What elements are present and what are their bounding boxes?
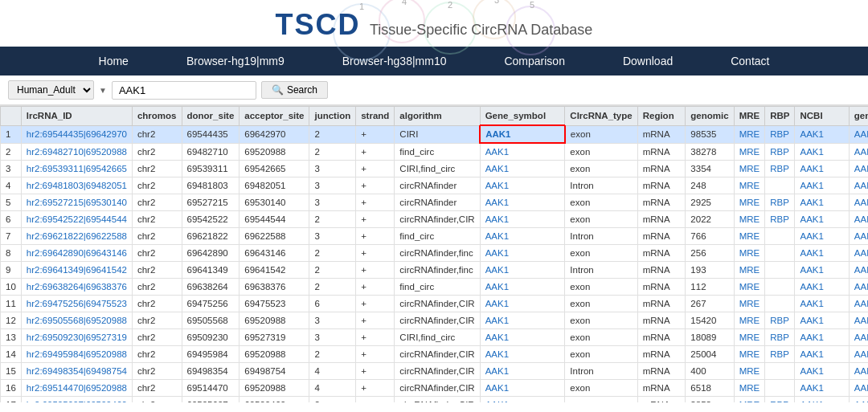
table-cell[interactable]: AAK1 xyxy=(480,329,565,346)
table-cell[interactable]: MRE xyxy=(734,279,765,296)
table-cell[interactable]: AAK1 xyxy=(480,143,565,161)
table-cell[interactable]: AAK1 xyxy=(795,228,849,245)
table-cell[interactable]: hr2:69642890|69643146 xyxy=(21,245,132,262)
table-cell[interactable]: MRE xyxy=(734,245,765,262)
table-cell[interactable]: AAK1 xyxy=(849,329,868,346)
table-cell[interactable]: AAK1 xyxy=(480,194,565,211)
table-cell[interactable]: RBP xyxy=(765,125,795,143)
table-cell[interactable]: AAK1 xyxy=(849,245,868,262)
nav-home[interactable]: Home xyxy=(70,47,158,75)
table-row[interactable]: 17hr2:69505607|69509460chr26950560769509… xyxy=(1,397,869,403)
table-cell[interactable]: MRE xyxy=(734,346,765,363)
table-cell[interactable]: MRE xyxy=(734,194,765,211)
table-cell[interactable] xyxy=(765,245,795,262)
table-cell[interactable]: MRE xyxy=(734,363,765,380)
table-cell[interactable]: AAK1 xyxy=(480,363,565,380)
table-cell[interactable]: MRE xyxy=(734,312,765,329)
table-cell[interactable]: AAK1 xyxy=(795,279,849,296)
table-cell[interactable]: AAK1 xyxy=(849,228,868,245)
table-cell[interactable]: AAK1 xyxy=(849,262,868,279)
table-cell[interactable]: AAK1 xyxy=(849,211,868,228)
table-cell[interactable]: hr2:69514470|69520988 xyxy=(21,380,132,397)
table-cell[interactable]: AAK1 xyxy=(795,177,849,194)
table-row[interactable]: 2hr2:69482710|69520988chr269482710695209… xyxy=(1,143,869,161)
table-cell[interactable]: hr2:69544435|69642970 xyxy=(21,125,132,143)
search-input[interactable] xyxy=(112,81,256,100)
table-cell[interactable]: AAK1 xyxy=(849,296,868,312)
table-cell[interactable]: AAK1 xyxy=(795,296,849,312)
table-cell[interactable]: AAK1 xyxy=(480,228,565,245)
table-cell[interactable]: AAK1 xyxy=(849,346,868,363)
table-cell[interactable]: AAK1 xyxy=(795,125,849,143)
table-cell[interactable]: AAK1 xyxy=(480,346,565,363)
table-cell[interactable]: AAK1 xyxy=(795,397,849,403)
table-cell[interactable]: AAK1 xyxy=(480,397,565,403)
table-cell[interactable]: MRE xyxy=(734,397,765,403)
table-cell[interactable]: MRE xyxy=(734,329,765,346)
table-cell[interactable]: hr2:69509230|69527319 xyxy=(21,329,132,346)
table-cell[interactable]: hr2:69475256|69475523 xyxy=(21,296,132,312)
table-row[interactable]: 10hr2:69638264|69638376chr26963826469638… xyxy=(1,279,869,296)
table-cell[interactable]: hr2:69505607|69509460 xyxy=(21,397,132,403)
table-cell[interactable]: AAK1 xyxy=(480,380,565,397)
table-cell[interactable]: RBP xyxy=(765,194,795,211)
table-cell[interactable]: MRE xyxy=(734,161,765,177)
table-cell[interactable]: AAK1 xyxy=(480,262,565,279)
table-cell[interactable]: AAK1 xyxy=(480,211,565,228)
nav-download[interactable]: Download xyxy=(594,47,702,75)
table-cell[interactable]: MRE xyxy=(734,262,765,279)
table-cell[interactable]: hr2:69481803|69482051 xyxy=(21,177,132,194)
table-cell[interactable]: hr2:69638264|69638376 xyxy=(21,279,132,296)
table-cell[interactable]: MRE xyxy=(734,296,765,312)
table-cell[interactable]: RBP xyxy=(765,346,795,363)
table-row[interactable]: 8hr2:69642890|69643146chr269642890696431… xyxy=(1,245,869,262)
table-cell[interactable]: AAK1 xyxy=(480,312,565,329)
table-cell[interactable]: RBP xyxy=(765,312,795,329)
table-cell[interactable] xyxy=(765,296,795,312)
table-row[interactable]: 1hr2:69544435|69642970chr269544435696429… xyxy=(1,125,869,143)
table-cell[interactable]: AAK1 xyxy=(849,177,868,194)
table-cell[interactable]: hr2:69482710|69520988 xyxy=(21,143,132,161)
table-cell[interactable]: AAK1 xyxy=(795,380,849,397)
table-row[interactable]: 13hr2:69509230|69527319chr26950923069527… xyxy=(1,329,869,346)
table-cell[interactable]: RBP xyxy=(765,211,795,228)
table-cell[interactable]: hr2:69621822|69622588 xyxy=(21,228,132,245)
table-cell[interactable]: hr2:69641349|69641542 xyxy=(21,262,132,279)
table-cell[interactable] xyxy=(765,380,795,397)
table-cell[interactable]: AAK1 xyxy=(849,397,868,403)
table-cell[interactable] xyxy=(765,177,795,194)
table-cell[interactable]: AAK1 xyxy=(795,312,849,329)
table-cell[interactable]: AAK1 xyxy=(795,143,849,161)
table-cell[interactable]: MRE xyxy=(734,211,765,228)
table-cell[interactable]: hr2:69505568|69520988 xyxy=(21,312,132,329)
nav-browser-hg38[interactable]: Browser-hg38|mm10 xyxy=(313,47,476,75)
table-cell[interactable]: AAK1 xyxy=(849,380,868,397)
table-cell[interactable]: AAK1 xyxy=(795,245,849,262)
table-cell[interactable]: MRE xyxy=(734,125,765,143)
nav-browser-hg19[interactable]: Browser-hg19|mm9 xyxy=(158,47,313,75)
table-row[interactable]: 15hr2:69498354|69498754chr26949835469498… xyxy=(1,363,869,380)
table-cell[interactable]: AAK1 xyxy=(480,161,565,177)
table-cell[interactable]: AAK1 xyxy=(849,143,868,161)
table-cell[interactable]: AAK1 xyxy=(849,363,868,380)
table-cell[interactable]: AAK1 xyxy=(480,125,565,143)
table-cell[interactable]: AAK1 xyxy=(480,279,565,296)
table-row[interactable]: 11hr2:69475256|69475523chr26947525669475… xyxy=(1,296,869,312)
table-cell[interactable]: RBP xyxy=(765,397,795,403)
table-cell[interactable]: AAK1 xyxy=(849,125,868,143)
table-cell[interactable]: AAK1 xyxy=(795,161,849,177)
table-cell[interactable]: MRE xyxy=(734,228,765,245)
table-cell[interactable]: AAK1 xyxy=(795,262,849,279)
table-row[interactable]: 14hr2:69495984|69520988chr26949598469520… xyxy=(1,346,869,363)
organism-select[interactable]: Human_Adult Human_Fetal Mouse_Adult Mous… xyxy=(8,80,94,100)
table-cell[interactable]: AAK1 xyxy=(795,211,849,228)
table-cell[interactable] xyxy=(765,279,795,296)
table-row[interactable]: 6hr2:69542522|69544544chr269542522695445… xyxy=(1,211,869,228)
table-cell[interactable]: AAK1 xyxy=(795,194,849,211)
table-cell[interactable]: AAK1 xyxy=(849,161,868,177)
table-cell[interactable]: AAK1 xyxy=(480,245,565,262)
table-cell[interactable]: AAK1 xyxy=(480,296,565,312)
nav-comparison[interactable]: Comparison xyxy=(475,47,593,75)
table-cell[interactable]: AAK1 xyxy=(795,363,849,380)
table-cell[interactable] xyxy=(765,363,795,380)
